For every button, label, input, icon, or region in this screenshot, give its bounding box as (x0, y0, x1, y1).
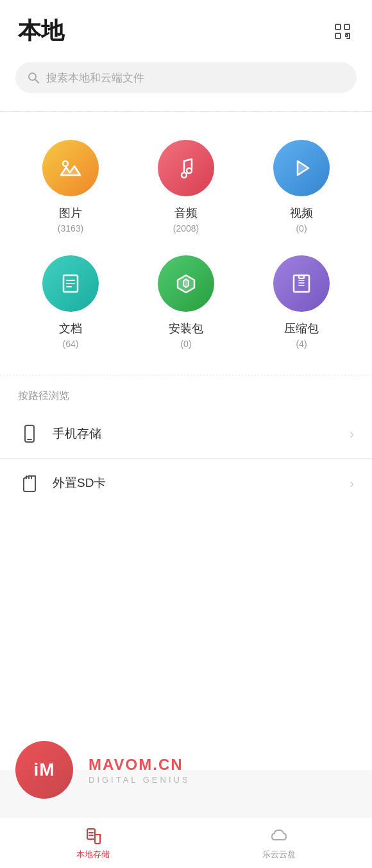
main-content: 本地 搜索本地和云端文件 (0, 0, 372, 770)
category-video[interactable]: 视频 (0) (244, 131, 359, 246)
local-tab-label: 本地存储 (76, 849, 110, 860)
tab-local[interactable]: 本地存储 (0, 817, 186, 868)
search-icon (27, 71, 40, 84)
svg-point-10 (187, 168, 192, 173)
category-zip[interactable]: 压缩包 (4) (244, 246, 359, 362)
svg-rect-0 (335, 24, 341, 30)
svg-rect-1 (344, 24, 350, 30)
images-label: 图片 (59, 205, 82, 221)
video-count: (0) (296, 223, 307, 234)
page-title: 本地 (18, 15, 64, 47)
phone-chevron-icon: › (350, 427, 354, 441)
section-label: 按路径浏览 (0, 375, 372, 409)
storage-list: 手机存储 › 外置SD卡 › (0, 409, 372, 507)
search-bar[interactable]: 搜索本地和云端文件 (15, 62, 357, 93)
sdcard-chevron-icon: › (350, 476, 354, 491)
docs-icon-bg (42, 255, 99, 312)
zip-label: 压缩包 (284, 321, 319, 336)
storage-phone[interactable]: 手机存储 › (0, 409, 372, 459)
svg-point-9 (63, 161, 68, 166)
sdcard-storage-label: 外置SD卡 (53, 475, 350, 491)
video-icon-bg (273, 140, 330, 196)
docs-count: (64) (63, 339, 79, 349)
category-images[interactable]: 图片 (3163) (13, 131, 128, 246)
apk-label: 安装包 (169, 321, 203, 336)
category-audio[interactable]: 音频 (2008) (128, 131, 244, 246)
zip-icon-bg (273, 255, 330, 312)
apk-count: (0) (180, 339, 191, 349)
header: 本地 (0, 0, 372, 57)
audio-icon-bg (158, 140, 214, 196)
search-placeholder: 搜索本地和云端文件 (46, 71, 144, 85)
categories-grid: 图片 (3163) 音频 (2008) 视频 (0) (0, 112, 372, 368)
images-count: (3163) (58, 223, 83, 234)
category-docs[interactable]: 文档 (64) (13, 246, 128, 362)
video-label: 视频 (290, 205, 313, 221)
scan-icon[interactable] (331, 20, 354, 43)
svg-rect-3 (346, 35, 348, 37)
phone-storage-icon (18, 422, 41, 445)
phone-storage-label: 手机存储 (53, 425, 350, 442)
svg-rect-26 (87, 829, 95, 839)
cloud-tab-label: 乐云云盘 (262, 849, 296, 860)
storage-sdcard[interactable]: 外置SD卡 › (0, 459, 372, 507)
apk-icon-bg (158, 255, 214, 312)
images-icon-bg (42, 140, 99, 196)
svg-rect-17 (299, 275, 304, 278)
zip-count: (4) (296, 339, 307, 349)
audio-label: 音频 (174, 205, 198, 221)
svg-marker-11 (298, 161, 309, 175)
tab-cloud[interactable]: 乐云云盘 (186, 817, 372, 868)
bottom-tab-bar: 本地存储 乐云云盘 (0, 817, 372, 868)
docs-label: 文档 (59, 321, 82, 336)
svg-rect-2 (335, 33, 341, 38)
svg-line-8 (35, 80, 38, 83)
category-apk[interactable]: 安装包 (0) (128, 246, 244, 362)
sdcard-storage-icon (18, 472, 41, 495)
cloud-tab-icon (269, 826, 289, 846)
brand-subtitle: DIGITAL GENIUS (89, 775, 190, 785)
audio-count: (2008) (173, 223, 199, 234)
local-tab-icon (83, 826, 103, 846)
